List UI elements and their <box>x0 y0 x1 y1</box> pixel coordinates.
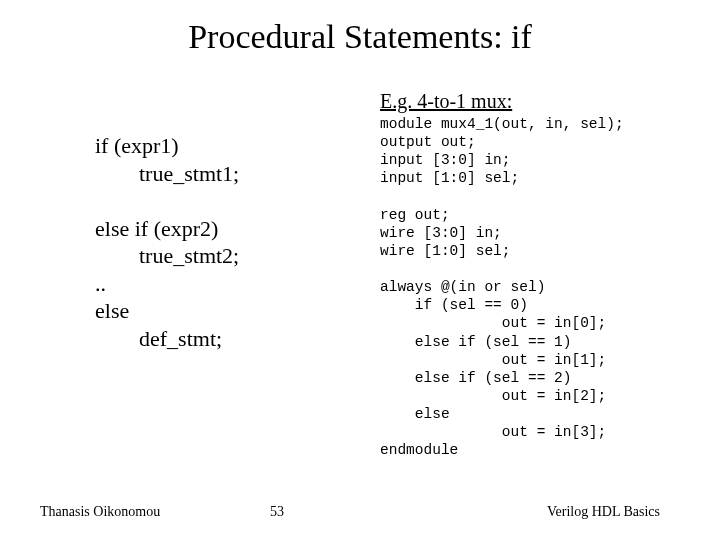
author-name: Thanasis Oikonomou <box>40 504 160 520</box>
page-title: Procedural Statements: if <box>0 18 720 56</box>
syntax-pseudocode: if (expr1) true_stmt1; else if (expr2) t… <box>95 132 355 352</box>
example-heading: E.g. 4-to-1 mux: <box>380 90 512 113</box>
footer-subject: Verilog HDL Basics <box>547 504 660 520</box>
verilog-code: module mux4_1(out, in, sel); output out;… <box>380 115 700 459</box>
page-number: 53 <box>270 504 284 520</box>
slide: Procedural Statements: if E.g. 4-to-1 mu… <box>0 0 720 540</box>
